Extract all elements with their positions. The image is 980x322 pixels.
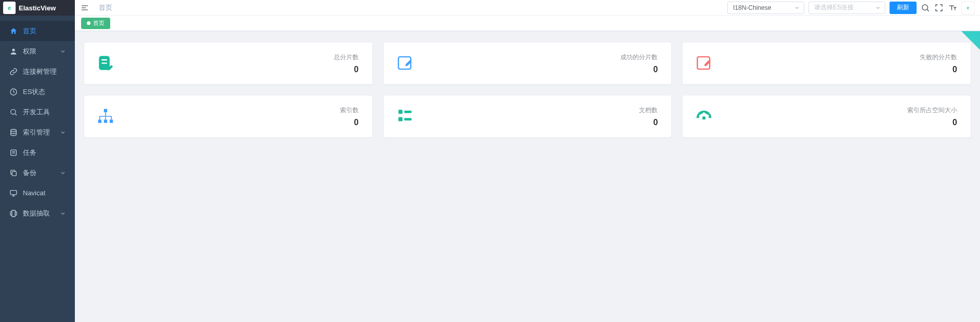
svg-rect-36 [404,118,411,120]
stat-value: 0 [639,118,658,127]
svg-rect-8 [12,171,16,176]
chevron-down-icon [794,5,800,10]
logo-icon: e [3,2,16,14]
svg-point-37 [702,116,705,119]
svg-rect-29 [104,109,107,112]
chevron-down-icon [60,130,66,135]
font-size-icon[interactable] [948,3,957,12]
content-area: 总分片数0成功的分片数0失败的分片数0 索引数0文档数0索引所占空间大小0 [75,31,980,322]
sidebar-item-label: ES状态 [23,87,66,97]
stat-label: 成功的分片数 [620,53,658,62]
sidebar-item-4[interactable]: 开发工具 [0,102,75,122]
fullscreen-icon[interactable] [934,3,944,12]
sidebar-logo[interactable]: e ElasticView [0,0,75,16]
layers-icon [9,128,18,137]
svg-point-40 [703,112,705,114]
refresh-button[interactable]: 刷新 [890,2,917,14]
search-icon[interactable] [921,3,930,12]
chevron-down-icon [60,170,66,176]
header: 首页 I18N-Chinese 请选择ES连接 刷新 e [75,0,980,16]
stat-value: 0 [920,65,957,74]
stat-card-4: 文档数0 [384,96,672,137]
sidebar-item-label: 连接树管理 [23,67,66,76]
stat-card-3: 索引数0 [84,96,372,137]
clock-icon [9,88,18,96]
sidebar-item-1[interactable]: 权限 [0,41,75,61]
copy-icon [9,169,18,177]
breadcrumb: 首页 [99,3,112,12]
stat-value: 0 [907,118,957,127]
list-icon [9,149,18,157]
chevron-down-icon [876,5,881,10]
sidebar-item-label: 数据抽取 [23,209,60,218]
search-icon [9,108,18,116]
stat-label: 失败的分片数 [920,53,957,62]
lang-select-value: I18N-Chinese [733,4,771,11]
stat-card-0: 总分片数0 [84,43,372,84]
chevron-down-icon [60,211,66,216]
svg-rect-26 [101,62,107,63]
note-fail-icon [694,53,714,73]
svg-rect-13 [10,211,12,215]
sidebar-item-0[interactable]: 首页 [0,21,75,41]
sidebar-item-5[interactable]: 索引管理 [0,122,75,142]
sidebar-item-label: 备份 [23,168,60,178]
link-icon [9,68,18,76]
es-select-placeholder: 请选择ES连接 [814,3,854,12]
svg-point-18 [922,5,928,10]
stat-value: 0 [620,65,658,74]
tree-icon [96,106,115,126]
sidebar: e ElasticView 首页权限连接树管理ES状态开发工具索引管理任务备份N… [0,0,75,322]
sidebar-item-label: 开发工具 [23,108,66,117]
es-connection-select[interactable]: 请选择ES连接 [808,2,885,14]
tab-active-dot-icon [87,21,90,25]
stat-card-5: 索引所占空间大小0 [683,96,971,137]
sidebar-item-label: 任务 [23,148,66,157]
svg-rect-25 [101,59,107,60]
svg-rect-12 [12,210,16,217]
svg-rect-14 [15,211,17,215]
svg-point-39 [708,115,709,116]
sidebar-item-label: Navicat [23,189,66,197]
stat-card-1: 成功的分片数0 [384,43,672,84]
doc-edit-icon [96,53,115,73]
sidebar-item-9[interactable]: 数据抽取 [0,203,75,223]
svg-rect-31 [104,119,107,123]
chevron-down-icon [60,49,66,54]
svg-line-3 [15,114,17,115]
svg-rect-32 [110,119,113,123]
svg-rect-30 [98,119,101,123]
corner-ribbon-icon[interactable] [961,31,980,50]
note-edit-icon [395,53,415,73]
gauge-icon [694,106,714,126]
svg-rect-33 [398,110,402,114]
stat-label: 索引所占空间大小 [907,106,957,115]
stat-value: 0 [340,118,359,127]
sidebar-item-label: 首页 [23,26,66,36]
stat-value: 0 [334,65,359,74]
svg-point-38 [699,115,701,116]
sidebar-item-7[interactable]: 备份 [0,163,75,183]
sidebar-item-label: 权限 [23,47,60,56]
svg-point-4 [11,129,17,131]
tab-label: 首页 [93,19,104,27]
hamburger-icon[interactable] [80,3,89,12]
svg-rect-9 [10,190,17,194]
app-name: ElasticView [19,4,56,12]
svg-point-0 [12,48,15,51]
tabs-bar: 首页 [75,16,980,31]
sidebar-item-2[interactable]: 连接树管理 [0,61,75,82]
svg-point-2 [11,109,16,114]
svg-rect-34 [404,111,411,113]
tab-home[interactable]: 首页 [81,18,110,29]
user-icon [9,47,18,56]
user-logo-icon[interactable]: e [961,1,975,15]
home-icon [9,27,18,35]
sidebar-item-label: 索引管理 [23,128,60,137]
sidebar-item-3[interactable]: ES状态 [0,82,75,102]
sidebar-item-8[interactable]: Navicat [0,183,75,203]
monitor-icon [9,189,18,197]
lang-select[interactable]: I18N-Chinese [727,2,804,14]
sidebar-item-6[interactable]: 任务 [0,142,75,163]
stat-card-2: 失败的分片数0 [683,43,971,84]
